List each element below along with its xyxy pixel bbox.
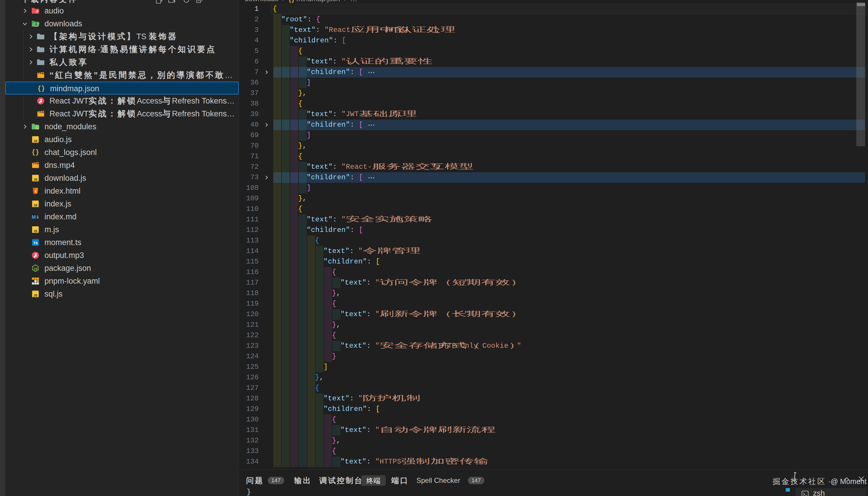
svg-text:JS: JS — [34, 267, 37, 270]
svg-text:TS: TS — [33, 241, 38, 245]
svg-text:JS: JS — [33, 229, 37, 233]
svg-text:M: M — [32, 214, 36, 220]
svg-text:JS: JS — [33, 204, 37, 207]
svg-text:JS: JS — [33, 178, 37, 181]
svg-text:JS: JS — [33, 294, 37, 297]
svg-text:JS: JS — [33, 139, 37, 143]
svg-text:5: 5 — [34, 189, 36, 193]
